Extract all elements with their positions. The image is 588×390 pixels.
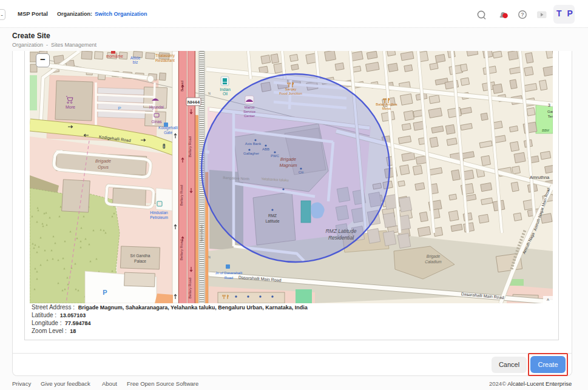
svg-text:Hyundai: Hyundai bbox=[149, 105, 164, 110]
svg-text:Citi: Citi bbox=[299, 170, 304, 174]
svg-text:Mess: Mess bbox=[382, 107, 391, 110]
svg-text:More: More bbox=[66, 105, 75, 109]
svg-text:Bellary Road: Bellary Road bbox=[180, 185, 183, 206]
svg-text:Jn of Dasarahalli: Jn of Dasarahalli bbox=[215, 271, 243, 275]
svg-text:Maruti: Maruti bbox=[245, 106, 255, 109]
svg-text:Palace: Palace bbox=[134, 259, 146, 263]
svg-text:Bellary Road: Bellary Road bbox=[188, 278, 192, 298]
svg-text:Oil: Oil bbox=[223, 92, 228, 96]
svg-text:Brigade: Brigade bbox=[427, 254, 441, 259]
svg-text:ABB: ABB bbox=[262, 147, 269, 151]
svg-text:Balaji Andhra: Balaji Andhra bbox=[376, 103, 397, 106]
svg-text:3: 3 bbox=[548, 103, 550, 107]
svg-text:Center: Center bbox=[244, 114, 255, 118]
svg-text:N: N bbox=[208, 92, 211, 95]
svg-text:biz: biz bbox=[133, 60, 138, 64]
svg-text:B.road: B.road bbox=[180, 81, 184, 92]
svg-text:Gate: Gate bbox=[164, 130, 172, 135]
svg-text:Sri Gandha: Sri Gandha bbox=[130, 254, 150, 258]
svg-text:Sanjay: Sanjay bbox=[285, 87, 296, 91]
svg-text:N: N bbox=[208, 255, 211, 259]
svg-text:Residential: Residential bbox=[328, 235, 354, 241]
svg-text:Petroleum: Petroleum bbox=[150, 215, 168, 220]
svg-text:Kodigehalli: Kodigehalli bbox=[158, 126, 178, 130]
svg-text:Road: Road bbox=[225, 276, 233, 280]
svg-text:NH44: NH44 bbox=[188, 99, 200, 105]
svg-text:Restaurant: Restaurant bbox=[155, 58, 175, 62]
svg-text:Namma Metro: Namma Metro bbox=[200, 224, 203, 241]
svg-text:Axis Bank: Axis Bank bbox=[245, 142, 262, 146]
svg-text:Gallagher: Gallagher bbox=[243, 152, 259, 155]
svg-text:BBM: BBM bbox=[542, 129, 549, 132]
svg-text:P: P bbox=[118, 106, 121, 111]
svg-text:A: A bbox=[547, 298, 549, 301]
svg-text:Service: Service bbox=[243, 110, 256, 113]
svg-text:mom&me: mom&me bbox=[106, 54, 123, 58]
svg-text:?: ? bbox=[521, 12, 524, 18]
svg-text:PWC: PWC bbox=[271, 154, 280, 158]
svg-text:Caladium: Caladium bbox=[425, 260, 442, 264]
svg-text:Thalassery: Thalassery bbox=[155, 53, 175, 58]
svg-text:Indian: Indian bbox=[220, 87, 231, 92]
svg-text:Latitude: Latitude bbox=[265, 219, 280, 223]
svg-text:Ter: Ter bbox=[548, 115, 553, 118]
svg-text:RMZ Latitude: RMZ Latitude bbox=[325, 228, 356, 234]
svg-text:Food Junction: Food Junction bbox=[279, 92, 302, 95]
svg-text:Opus: Opus bbox=[98, 164, 109, 170]
svg-text:Amruthna: Amruthna bbox=[530, 175, 550, 180]
svg-text:P: P bbox=[103, 289, 107, 296]
svg-text:Gar: Gar bbox=[547, 110, 553, 113]
svg-text:Magnum: Magnum bbox=[279, 163, 297, 168]
svg-text:Ginas: Ginas bbox=[152, 119, 163, 124]
svg-text:Brigade: Brigade bbox=[95, 158, 111, 164]
svg-text:Brigade: Brigade bbox=[280, 156, 296, 162]
svg-text:Attide: Attide bbox=[130, 56, 141, 60]
svg-text:Bellary Road: Bellary Road bbox=[188, 136, 192, 157]
svg-text:Bellary Road: Bellary Road bbox=[180, 240, 183, 260]
svg-text:Hindustan: Hindustan bbox=[150, 210, 168, 215]
svg-text:RMZ: RMZ bbox=[268, 213, 277, 218]
